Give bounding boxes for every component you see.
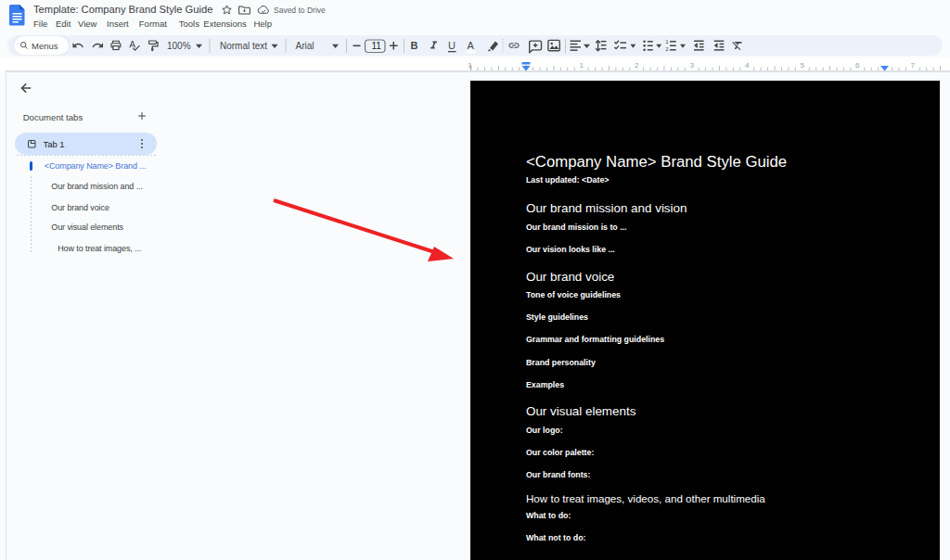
svg-text:U: U xyxy=(448,40,456,51)
svg-text:B: B xyxy=(411,40,418,51)
svg-text:11: 11 xyxy=(372,41,382,51)
svg-text:Arial: Arial xyxy=(296,41,315,51)
svg-text:A: A xyxy=(468,40,475,51)
svg-text:3: 3 xyxy=(689,61,694,70)
svg-text:5: 5 xyxy=(801,61,805,70)
svg-text:7: 7 xyxy=(911,61,916,70)
svg-text:4: 4 xyxy=(745,61,750,70)
svg-text:1: 1 xyxy=(468,61,472,70)
svg-text:1: 1 xyxy=(665,39,669,45)
svg-text:Normal text: Normal text xyxy=(220,41,267,51)
svg-text:6: 6 xyxy=(855,61,860,70)
svg-text:100%: 100% xyxy=(167,41,191,51)
svg-text:2: 2 xyxy=(635,61,639,70)
svg-text:2: 2 xyxy=(665,46,669,52)
svg-text:1: 1 xyxy=(579,61,584,70)
